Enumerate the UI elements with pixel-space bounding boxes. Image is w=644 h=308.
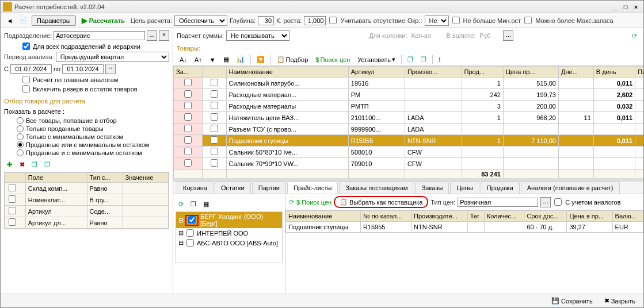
tab-6[interactable]: Цены	[450, 182, 479, 194]
paste-icon[interactable]: ❐	[418, 55, 429, 64]
calculate-button[interactable]: ▶Рассчитать	[78, 15, 128, 26]
set-button[interactable]: Установить ▾	[355, 55, 398, 64]
supplier-row[interactable]: ⊞ИНТЕРПЕЙ ООО	[176, 228, 282, 238]
supplier-tree[interactable]: ⊟БЕРГ Холдинг (ООО) [Берг]⊞ИНТЕРПЕЙ ООО⊟…	[176, 211, 283, 263]
save-button[interactable]: 💾 Сохранить	[548, 296, 596, 306]
radio-all[interactable]	[17, 117, 24, 124]
table-row[interactable]: Расходные материал...РМ 242199,73 2,6027…	[174, 89, 644, 101]
tab-0[interactable]: Корзина	[177, 182, 214, 194]
find-prices-button[interactable]: $Поиск цен	[313, 55, 353, 64]
table-row[interactable]: Натяжитель цепи ВАЗ...2101100...LADA 196…	[174, 112, 644, 124]
tab-8[interactable]: Аналоги (попавшие в расчет)	[521, 182, 620, 194]
from-date[interactable]	[10, 64, 52, 74]
params-button[interactable]: Параметры	[32, 16, 76, 26]
table-row[interactable]: Сальник 70*90*10 VW...709010CFW 22,00	[174, 158, 644, 170]
paste-filter-icon[interactable]: ❐	[42, 159, 52, 170]
filter-row-check[interactable]	[9, 218, 16, 226]
expand-icon[interactable]: ⊞	[178, 229, 184, 237]
sum-select[interactable]: Не показывать	[226, 30, 289, 41]
find-prices-btn[interactable]: $ Поиск цен	[296, 199, 331, 206]
price-type-ellipsis[interactable]: ...	[540, 197, 551, 207]
doc-icon[interactable]: 📄	[18, 15, 29, 26]
filter-table[interactable]: ПолеТип с...Значение Склад комп...Равно …	[5, 172, 169, 229]
no-more-min-checkbox[interactable]	[452, 17, 460, 24]
period-select[interactable]: Предыдущий квартал	[56, 52, 169, 62]
col-label: Для колонки:	[369, 32, 407, 39]
main-grid-wrap[interactable]: За...НаименованиеАртикулПроизво...Прод..…	[173, 66, 643, 178]
price-type-input[interactable]	[458, 198, 538, 207]
allow-more-max-checkbox[interactable]	[524, 17, 532, 24]
target-select[interactable]: Обеспечить плс	[174, 16, 227, 26]
sort-za-icon[interactable]: A↑	[192, 55, 205, 64]
funnel-icon[interactable]: 🔽	[254, 55, 268, 64]
expand-icon[interactable]: ⊟	[178, 217, 184, 224]
expand-icon[interactable]: ⊟	[178, 239, 184, 247]
filter-row-check[interactable]	[9, 195, 16, 203]
close-link[interactable]: ✖ Закрыть	[601, 296, 639, 306]
suppliers-panel: ⟳ ❐ ▦ ⊟БЕРГ Холдинг (ООО) [Берг]⊞ИНТЕРПЕ…	[173, 194, 285, 295]
settings-suppliers-icon[interactable]: ▦	[201, 199, 211, 209]
col-icon[interactable]: ▦	[220, 55, 232, 64]
price-grid[interactable]: Наименование№ по катал...Производите...Т…	[285, 210, 643, 233]
depth-input[interactable]	[258, 16, 274, 25]
radio-min[interactable]	[17, 133, 24, 140]
radio-sold-and-min[interactable]	[17, 149, 24, 156]
chart-icon[interactable]: 📊	[234, 55, 247, 64]
warn-icon[interactable]: !	[436, 55, 444, 64]
close-button[interactable]: ×	[631, 2, 641, 11]
curr-ellipsis[interactable]: ...	[503, 30, 513, 41]
copy-icon[interactable]: ❐	[405, 55, 416, 64]
select-button[interactable]: 📋Подбор	[274, 55, 311, 64]
price-type-label: Тип цен:	[430, 199, 455, 206]
refresh-prices-icon[interactable]: ⟳	[289, 198, 294, 206]
add-filter-icon[interactable]: ✚	[4, 159, 14, 170]
from-label: С	[4, 66, 9, 72]
filter-row-check[interactable]	[9, 207, 16, 214]
copy-suppliers-icon[interactable]: ❐	[188, 199, 199, 209]
table-row[interactable]: Силиконовый патрубо...19516 1515,00 0,01…	[174, 78, 644, 89]
division-clear[interactable]: ×	[159, 30, 169, 41]
supplier-row[interactable]: ⊟БЕРГ Холдинг (ООО) [Берг]	[176, 212, 282, 228]
goods-label: Товары:	[173, 43, 643, 53]
tab-2[interactable]: Партии	[252, 182, 286, 194]
sort-az-icon[interactable]: A↓	[177, 55, 190, 64]
division-ellipsis[interactable]: ...	[147, 30, 157, 41]
round-select[interactable]: Нет с	[425, 16, 449, 26]
tab-3[interactable]: Прайс-листы	[287, 182, 338, 194]
remove-filter-icon[interactable]: ✖	[17, 159, 27, 170]
round-label: Окр.:	[407, 17, 422, 24]
copy-filter-icon[interactable]: ❐	[29, 159, 40, 170]
supplier-row[interactable]: ⊟АБС-АВТО ООО [ABS-Auto]	[176, 238, 282, 248]
division-input[interactable]	[54, 31, 145, 40]
radio-sold[interactable]	[17, 125, 24, 132]
date-range-button[interactable]: ↔	[105, 64, 116, 74]
select-as-supplier-button[interactable]: 📋 Выбрать как поставщика	[334, 196, 428, 208]
filter-row-check[interactable]	[9, 184, 16, 191]
refresh-suppliers-icon[interactable]: ⟳	[176, 199, 186, 209]
back-icon[interactable]: ◄	[4, 15, 16, 26]
maximize-button[interactable]: □	[620, 2, 631, 11]
consider-absence-checkbox[interactable]	[329, 17, 337, 24]
with-analogs-checkbox[interactable]	[554, 198, 562, 206]
growth-input[interactable]	[304, 16, 326, 25]
main-analogs-checkbox[interactable]	[22, 76, 30, 83]
table-row[interactable]: Расходные материалыРМТП 3200,00 0,0321 1…	[174, 101, 644, 112]
refresh-icon[interactable]: ⟳	[628, 30, 640, 41]
table-row[interactable]: Подшипник ступицыR15955NTN-SNR 17 110,00…	[174, 135, 644, 147]
table-row[interactable]: Разъем ТСУ (с прово...9999900...LADA 11,…	[174, 124, 644, 135]
tab-7[interactable]: Продажи	[481, 182, 520, 194]
all-divisions-checkbox[interactable]	[22, 43, 30, 50]
filter-icon[interactable]: ▼	[207, 55, 219, 64]
curr-input	[478, 32, 501, 40]
grid-toolbar: A↓ A↑ ▼ ▦ 📊 🔽 📋Подбор $Поиск цен Установ…	[173, 53, 643, 66]
tab-4[interactable]: Заказы поставщикам	[339, 182, 414, 194]
minimize-button[interactable]: _	[610, 2, 620, 11]
include-reserve-checkbox[interactable]	[22, 85, 30, 93]
tab-5[interactable]: Заказы	[416, 182, 449, 194]
price-row[interactable]: Подшипник ступицыR15955NTN-SNR60 - 70 д.…	[286, 222, 643, 233]
tab-1[interactable]: Остатки	[215, 182, 251, 194]
to-date[interactable]	[62, 64, 104, 74]
table-row[interactable]: Сальник 50*80*10 Ive...508010CFW 22,00	[174, 147, 644, 158]
filter-header: Отбор товаров для расчета	[4, 98, 169, 105]
radio-sold-or-min[interactable]	[17, 141, 24, 148]
